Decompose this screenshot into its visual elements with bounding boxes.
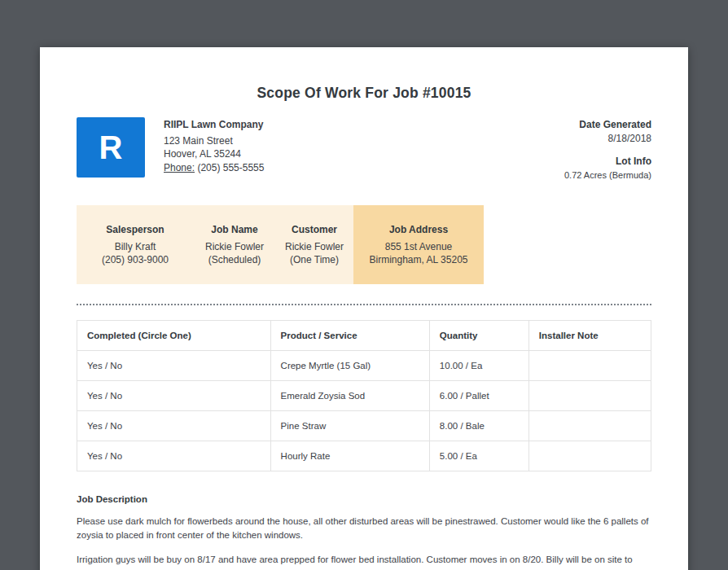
company-address-line1: 123 Main Street: [164, 134, 264, 148]
salesperson-label: Salesperson: [80, 224, 191, 236]
document-page: Scope Of Work For Job #10015 R RIIPL Law…: [40, 47, 688, 570]
viewer-background: { "doc": { "title": "Scope Of Work For J…: [0, 0, 728, 570]
job-address-line1: 855 1st Avenue: [357, 240, 480, 253]
job-name-label: Job Name: [197, 224, 272, 236]
phone-value: (205) 555-5555: [197, 162, 264, 173]
cell-quantity: 8.00 / Bale: [429, 411, 528, 441]
company-address-line2: Hoover, AL 35244: [164, 147, 264, 161]
document-header: R RIIPL Lawn Company 123 Main Street Hoo…: [77, 117, 651, 182]
company-header: R RIIPL Lawn Company 123 Main Street Hoo…: [77, 117, 264, 178]
cell-installer-note: [528, 411, 651, 441]
customer-type: (One Time): [278, 253, 350, 266]
cell-product: Pine Straw: [270, 411, 429, 441]
salesperson-name: Billy Kraft: [80, 240, 191, 253]
job-info-salesperson: Salesperson Billy Kraft (205) 903-9000: [77, 205, 194, 284]
header-installer-note: Installer Note: [528, 321, 651, 351]
cell-installer-note: [528, 381, 651, 411]
cell-completed: Yes / No: [77, 411, 271, 441]
company-info: RIIPL Lawn Company 123 Main Street Hoove…: [164, 117, 264, 174]
date-generated-value: 8/18/2018: [564, 132, 651, 146]
lot-info-value: 0.72 Acres (Bermuda): [564, 169, 651, 182]
lot-info-label: Lot Info: [564, 155, 651, 169]
cell-installer-note: [528, 351, 651, 381]
cell-completed: Yes / No: [77, 381, 271, 411]
job-info-customer: Customer Rickie Fowler (One Time): [275, 205, 353, 284]
company-logo: R: [77, 117, 145, 178]
table-row: Yes / No Emerald Zoysia Sod 6.00 / Palle…: [77, 381, 651, 411]
table-header-row: Completed (Circle One) Product / Service…: [77, 321, 651, 351]
cell-installer-note: [528, 441, 651, 471]
job-address-label: Job Address: [357, 224, 480, 236]
customer-label: Customer: [278, 224, 350, 236]
job-description-heading: Job Description: [77, 494, 651, 504]
header-completed: Completed (Circle One): [77, 321, 271, 351]
cell-product: Hourly Rate: [270, 441, 429, 471]
table-row: Yes / No Hourly Rate 5.00 / Ea: [77, 441, 651, 471]
cell-quantity: 5.00 / Ea: [429, 441, 528, 471]
cell-quantity: 10.00 / Ea: [429, 351, 528, 381]
job-info-job-name: Job Name Rickie Fowler (Scheduled): [194, 205, 275, 284]
job-address-line2: Birmingham, AL 35205: [357, 253, 480, 266]
job-description-paragraph-1: Please use dark mulch for flowerbeds aro…: [77, 515, 651, 542]
dotted-divider: [77, 304, 651, 305]
document-title: Scope Of Work For Job #10015: [77, 85, 651, 101]
header-quantity: Quantity: [429, 321, 528, 351]
cell-completed: Yes / No: [77, 441, 271, 471]
phone-label: Phone:: [164, 162, 195, 173]
header-product-service: Product / Service: [270, 321, 429, 351]
document-meta: Date Generated 8/18/2018 Lot Info 0.72 A…: [564, 117, 651, 182]
scope-of-work-table: Completed (Circle One) Product / Service…: [77, 320, 651, 471]
company-name: RIIPL Lawn Company: [164, 118, 264, 132]
job-description-paragraph-2: Irrigation guys will be buy on 8/17 and …: [77, 553, 651, 570]
cell-product: Crepe Myrtle (15 Gal): [270, 351, 429, 381]
date-generated-label: Date Generated: [564, 118, 651, 132]
meta-spacer: [564, 145, 651, 155]
table-row: Yes / No Pine Straw 8.00 / Bale: [77, 411, 651, 441]
cell-completed: Yes / No: [77, 351, 271, 381]
table-row: Yes / No Crepe Myrtle (15 Gal) 10.00 / E…: [77, 351, 651, 381]
salesperson-phone: (205) 903-9000: [80, 253, 191, 266]
job-info-job-address: Job Address 855 1st Avenue Birmingham, A…: [353, 205, 484, 284]
customer-name: Rickie Fowler: [278, 240, 350, 253]
job-name-value: Rickie Fowler: [197, 240, 272, 253]
cell-product: Emerald Zoysia Sod: [270, 381, 429, 411]
job-name-status: (Scheduled): [197, 253, 272, 266]
company-phone: Phone: (205) 555-5555: [164, 161, 264, 175]
cell-quantity: 6.00 / Pallet: [429, 381, 528, 411]
logo-r-icon: R: [99, 131, 123, 164]
job-info-bar: Salesperson Billy Kraft (205) 903-9000 J…: [77, 205, 651, 284]
